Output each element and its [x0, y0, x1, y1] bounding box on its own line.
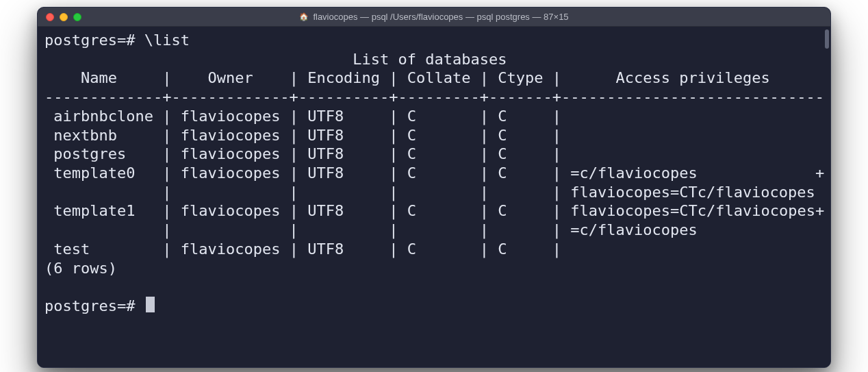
col-ctype: Ctype	[498, 69, 543, 86]
cell: UTF8	[307, 127, 344, 144]
minimize-icon[interactable]	[60, 13, 68, 21]
cell: flaviocopes	[181, 202, 281, 219]
row-count: (6 rows)	[44, 260, 117, 277]
cell: flaviocopes	[181, 240, 281, 258]
col-collate: Collate	[407, 69, 471, 86]
scrollbar[interactable]	[825, 29, 829, 364]
col-access: Access privileges	[616, 69, 770, 86]
prompt-line: postgres=# \list	[44, 32, 190, 49]
cell: UTF8	[307, 164, 344, 182]
cell: UTF8	[307, 108, 344, 125]
cell: flaviocopes	[181, 127, 281, 144]
cell: C	[407, 240, 416, 258]
cell: C	[498, 240, 507, 258]
cell: C	[498, 202, 507, 219]
cell: C	[498, 164, 507, 182]
cell: flaviocopes	[181, 108, 281, 125]
cell: UTF8	[307, 202, 344, 219]
window-title: flaviocopes — psql /Users/flaviocopes — …	[313, 12, 568, 22]
cell: flaviocopes	[181, 164, 281, 182]
cell: template1	[53, 202, 135, 219]
scrollbar-thumb[interactable]	[825, 29, 829, 49]
cell: C	[407, 127, 416, 144]
cell: UTF8	[307, 145, 344, 162]
cell: =c/flaviocopes	[570, 221, 697, 238]
cursor	[146, 297, 155, 312]
cell: postgres	[53, 145, 126, 162]
col-owner: Owner	[207, 69, 253, 86]
cell: C	[407, 202, 416, 219]
col-encoding: Encoding	[307, 69, 380, 86]
cell: UTF8	[307, 240, 344, 258]
sep-line: -------------+-------------+----------+-…	[44, 88, 824, 106]
terminal-window: 🏠 flaviocopes — psql /Users/flaviocopes …	[37, 7, 831, 368]
cell: flaviocopes	[181, 145, 281, 162]
zoom-icon[interactable]	[73, 13, 81, 21]
cell: flaviocopes=CTc/flaviocopes+	[570, 202, 824, 219]
cell: test	[53, 240, 90, 258]
titlebar[interactable]: 🏠 flaviocopes — psql /Users/flaviocopes …	[38, 8, 830, 27]
cell: C	[407, 164, 416, 182]
cell: nextbnb	[53, 127, 117, 144]
cell: C	[407, 108, 416, 125]
cell: template0	[53, 164, 135, 182]
cell: C	[498, 127, 507, 144]
output-title: List of databases	[353, 51, 507, 68]
close-icon[interactable]	[46, 13, 54, 21]
col-name: Name	[81, 69, 117, 86]
cell: C	[498, 108, 507, 125]
cell: =c/flaviocopes +	[570, 164, 824, 182]
cell: C	[498, 145, 507, 162]
cell: flaviocopes=CTc/flaviocopes	[570, 184, 815, 201]
titlebar-title-wrap: 🏠 flaviocopes — psql /Users/flaviocopes …	[38, 12, 830, 22]
end-prompt: postgres=#	[44, 297, 144, 314]
cell: airbnbclone	[53, 108, 153, 125]
cell: C	[407, 145, 416, 162]
home-icon: 🏠	[299, 12, 309, 21]
terminal-body[interactable]: postgres=# \list List of databases Name …	[38, 27, 830, 367]
window-controls	[46, 13, 81, 21]
